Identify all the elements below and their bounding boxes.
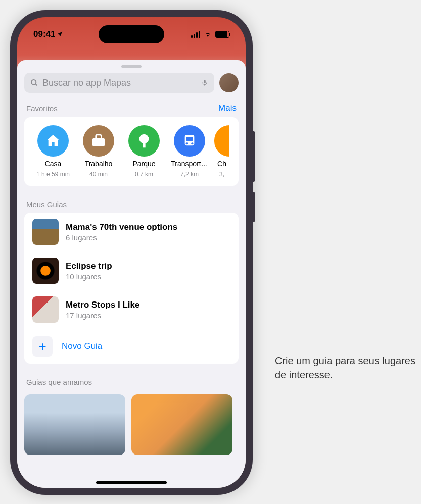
favorites-header: Favoritos xyxy=(26,104,58,113)
battery-icon xyxy=(215,31,229,38)
svg-point-8 xyxy=(191,142,193,144)
signal-icon xyxy=(191,31,200,38)
guide-row[interactable]: Metro Stops I Like 17 lugares xyxy=(24,290,239,329)
microphone-icon[interactable] xyxy=(201,78,208,88)
my-guides-header: Meus Guias xyxy=(26,200,67,209)
sheet-grabber[interactable] xyxy=(121,65,142,68)
guide-title: Metro Stops I Like xyxy=(66,300,230,310)
favorite-park[interactable]: Parque 0,7 km xyxy=(123,125,165,178)
plus-icon: + xyxy=(38,339,46,355)
guide-thumbnail xyxy=(32,258,59,284)
new-guide-label: Novo Guia xyxy=(62,341,102,351)
svg-line-1 xyxy=(35,84,37,85)
guide-subtitle: 10 lugares xyxy=(66,272,230,281)
guide-subtitle: 17 lugares xyxy=(66,311,230,320)
guide-thumbnail xyxy=(32,296,59,323)
status-time: 09:41 xyxy=(33,29,55,39)
favorite-transit[interactable]: Transport… 7,2 km xyxy=(169,125,210,178)
transit-icon xyxy=(181,133,198,149)
dynamic-island xyxy=(99,25,164,43)
briefcase-icon xyxy=(90,133,107,149)
favorite-home[interactable]: Casa 1 h e 59 min xyxy=(32,125,74,178)
screen: 09:41 xyxy=(17,17,246,488)
location-arrow-icon xyxy=(56,31,63,38)
callout-text: Crie um guia para seus lugares de intere… xyxy=(275,354,421,382)
loved-guide-card[interactable] xyxy=(24,394,125,455)
wifi-icon xyxy=(203,31,212,38)
phone-frame: 09:41 xyxy=(10,10,253,495)
guide-row[interactable]: Eclipse trip 10 lugares xyxy=(24,251,239,290)
guide-title: Mama's 70th venue options xyxy=(66,222,230,232)
svg-rect-5 xyxy=(143,142,145,148)
search-icon xyxy=(30,79,38,87)
new-guide-button[interactable]: + Novo Guia xyxy=(24,329,239,364)
loved-guide-card[interactable] xyxy=(131,394,232,455)
search-input[interactable]: Buscar no app Mapas xyxy=(24,73,214,93)
profile-avatar[interactable] xyxy=(219,73,239,92)
my-guides-card: Mama's 70th venue options 6 lugares Ecli… xyxy=(24,213,239,364)
guide-subtitle: 6 lugares xyxy=(66,233,230,242)
guide-row[interactable]: Mama's 70th venue options 6 lugares xyxy=(24,213,239,251)
svg-rect-9 xyxy=(186,137,193,141)
svg-point-4 xyxy=(139,134,149,144)
favorites-more-link[interactable]: Mais xyxy=(218,103,237,113)
favorite-work[interactable]: Trabalho 40 min xyxy=(78,125,119,178)
search-sheet: Buscar no app Mapas Favoritos Mais xyxy=(17,60,246,488)
svg-point-7 xyxy=(186,142,188,144)
search-placeholder: Buscar no app Mapas xyxy=(42,78,197,88)
svg-rect-3 xyxy=(92,138,105,146)
home-indicator[interactable] xyxy=(96,481,167,484)
tree-icon xyxy=(136,133,152,149)
guide-title: Eclipse trip xyxy=(66,261,230,271)
svg-point-0 xyxy=(31,80,36,84)
svg-rect-2 xyxy=(204,80,206,83)
home-icon xyxy=(45,133,61,149)
loved-guides-row xyxy=(24,394,239,455)
callout-line xyxy=(60,361,270,361)
favorites-card: Casa 1 h e 59 min Trabalho 40 min xyxy=(24,117,239,186)
favorite-partial[interactable]: Ch 3, xyxy=(214,125,229,178)
guide-thumbnail xyxy=(32,219,59,245)
loved-guides-header: Guias que amamos xyxy=(26,378,92,386)
